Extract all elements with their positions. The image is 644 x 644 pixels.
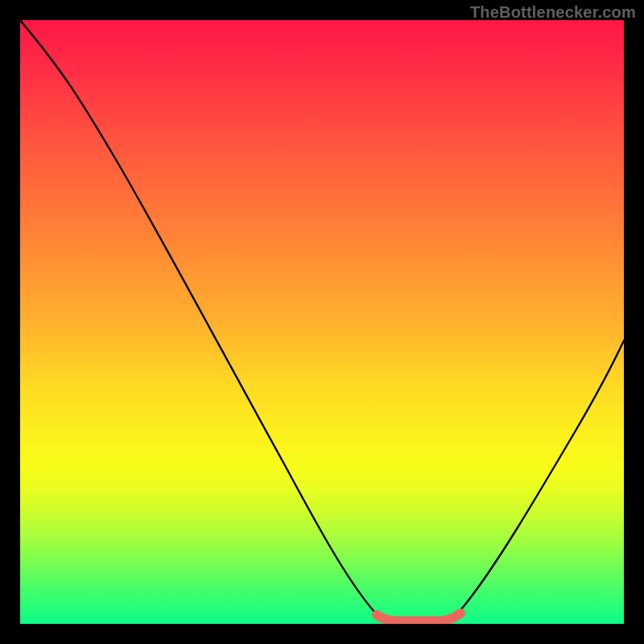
curve-layer xyxy=(20,20,624,624)
chart-container: TheBottlenecker.com xyxy=(0,0,644,644)
watermark-text: TheBottlenecker.com xyxy=(470,3,636,22)
plot-area xyxy=(20,20,624,624)
bottleneck-curve xyxy=(20,20,624,621)
trough-highlight xyxy=(377,613,460,621)
